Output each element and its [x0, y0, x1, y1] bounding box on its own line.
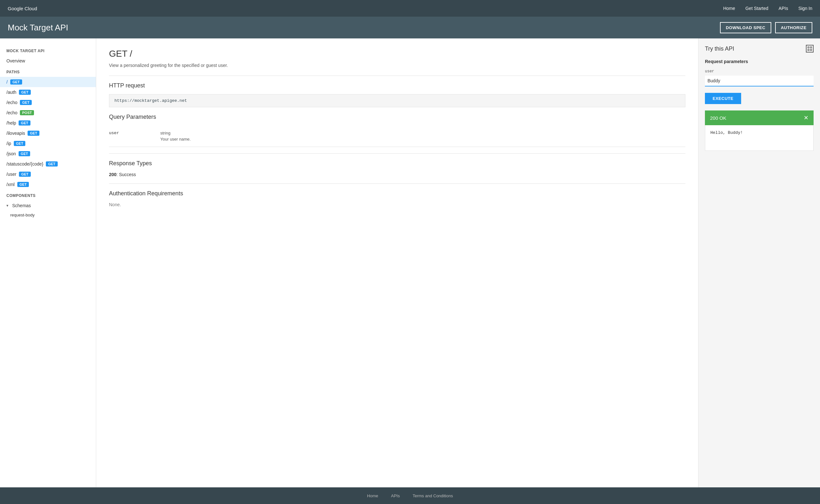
svg-rect-3 — [810, 49, 812, 51]
sidebar-path-xml-get[interactable]: /xml GET — [0, 179, 96, 190]
user-param-input[interactable] — [705, 76, 814, 86]
path-label: /statuscode/{code} — [6, 161, 43, 167]
http-url: https://mocktarget.apigee.net — [109, 94, 685, 107]
path-label: /help — [6, 120, 16, 126]
footer-apis-link[interactable]: APIs — [391, 493, 400, 498]
try-panel: Try this API Request parameters user EXE… — [698, 38, 820, 487]
divider-3 — [109, 183, 685, 184]
sidebar-path-user-get[interactable]: /user GET — [0, 169, 96, 179]
expand-icon[interactable] — [806, 45, 814, 53]
page-title: Mock Target API — [8, 23, 68, 33]
sub-header-buttons: DOWNLOAD SPEC AUTHORIZE — [720, 22, 812, 33]
svg-rect-0 — [808, 47, 809, 48]
response-status: 200 OK — [710, 115, 726, 121]
sidebar-overview[interactable]: Overview — [0, 56, 96, 66]
response-code: 200 — [109, 172, 116, 177]
response-body: Hello, Buddy! — [705, 125, 814, 151]
nav-sign-in[interactable]: Sign In — [798, 6, 812, 11]
response-types-section-title: Response Types — [109, 160, 685, 167]
query-param-row: user string Your user name. — [109, 126, 685, 147]
path-label: /json — [6, 151, 16, 156]
param-details: string Your user name. — [160, 131, 191, 142]
query-params-section-title: Query Parameters — [109, 114, 685, 120]
sidebar-path-json-get[interactable]: /json GET — [0, 149, 96, 159]
param-type: string — [160, 131, 191, 135]
method-badge-get: GET — [19, 172, 31, 177]
sidebar-components-section: COMPONENTS — [0, 190, 96, 200]
overview-label: Overview — [6, 58, 25, 63]
schema-item-label: request-body — [10, 213, 35, 217]
svg-rect-2 — [808, 49, 809, 51]
path-label: /iloveapis — [6, 131, 25, 136]
path-label: /ip — [6, 141, 11, 146]
sidebar-path-echo-post[interactable]: /echo POST — [0, 108, 96, 118]
download-spec-button[interactable]: DOWNLOAD SPEC — [720, 22, 771, 33]
path-label: /auth — [6, 90, 16, 95]
nav-apis[interactable]: APIs — [779, 6, 788, 11]
path-label: /xml — [6, 182, 15, 187]
execute-button[interactable]: EXECUTE — [705, 93, 741, 104]
schemas-label: Schemas — [12, 203, 31, 208]
sidebar-paths-section: PATHS — [0, 66, 96, 77]
path-label: /user — [6, 172, 16, 177]
content-area: GET / View a personalized greeting for t… — [96, 38, 698, 487]
response-desc: Success — [119, 172, 136, 177]
method-badge-get: GET — [17, 182, 29, 187]
method-badge-post: POST — [20, 110, 34, 115]
collapse-icon: ▾ — [6, 203, 8, 208]
method-badge-get: GET — [28, 131, 39, 136]
try-panel-header: Try this API — [705, 45, 814, 53]
divider-2 — [109, 153, 685, 154]
response-banner: 200 OK ✕ — [705, 110, 814, 125]
sidebar-schemas[interactable]: ▾ Schemas — [0, 200, 96, 211]
http-request-section-title: HTTP request — [109, 82, 685, 89]
endpoint-description: View a personalized greeting for the spe… — [109, 63, 685, 68]
param-description: Your user name. — [160, 137, 191, 142]
auth-text: None. — [109, 202, 685, 207]
sidebar-path-help-get[interactable]: /help GET — [0, 118, 96, 128]
footer-home-link[interactable]: Home — [367, 493, 378, 498]
nav-home[interactable]: Home — [723, 6, 735, 11]
sidebar-path-statuscode-get[interactable]: /statuscode/{code} GET — [0, 159, 96, 169]
sidebar-api-section: MOCK TARGET API — [0, 45, 96, 56]
footer-terms-link[interactable]: Terms and Conditions — [413, 493, 453, 498]
top-nav-links: Home Get Started APIs Sign In — [723, 6, 812, 11]
method-badge-get: GET — [20, 100, 32, 105]
param-name: user — [109, 131, 147, 142]
close-icon[interactable]: ✕ — [804, 114, 808, 121]
sub-header: Mock Target API DOWNLOAD SPEC AUTHORIZE — [0, 17, 820, 38]
method-badge-get: GET — [14, 141, 26, 146]
auth-section-title: Authentication Requirements — [109, 190, 685, 197]
method-badge-get: GET — [46, 161, 58, 167]
authorize-button[interactable]: AUTHORIZE — [775, 22, 812, 33]
sidebar-schema-request-body[interactable]: request-body — [0, 211, 96, 219]
sidebar: MOCK TARGET API Overview PATHS / GET /au… — [0, 38, 96, 487]
footer: Home APIs Terms and Conditions — [0, 487, 820, 504]
method-badge-get: GET — [19, 151, 30, 156]
sidebar-path-auth-get[interactable]: /auth GET — [0, 87, 96, 97]
top-nav: Google Cloud Home Get Started APIs Sign … — [0, 0, 820, 17]
method-badge-get: GET — [10, 79, 22, 85]
endpoint-title: GET / — [109, 49, 685, 59]
sidebar-path-iloveapis-get[interactable]: /iloveapis GET — [0, 128, 96, 138]
path-label: / — [6, 79, 8, 85]
sidebar-path-ip-get[interactable]: /ip GET — [0, 138, 96, 149]
sidebar-path-root-get[interactable]: / GET — [0, 77, 96, 87]
response-colon: : — [116, 172, 119, 177]
svg-rect-1 — [810, 47, 812, 48]
try-panel-title: Try this API — [705, 45, 734, 52]
user-param-label: user — [705, 69, 814, 74]
logo: Google Cloud — [8, 6, 37, 11]
method-badge-get: GET — [19, 90, 31, 95]
path-label: /echo — [6, 110, 17, 115]
nav-get-started[interactable]: Get Started — [745, 6, 768, 11]
response-item: 200: Success — [109, 172, 685, 177]
method-badge-get: GET — [19, 120, 30, 126]
main-wrapper: MOCK TARGET API Overview PATHS / GET /au… — [0, 38, 820, 487]
divider-1 — [109, 76, 685, 76]
path-label: /echo — [6, 100, 17, 105]
request-params-title: Request parameters — [705, 59, 814, 64]
sidebar-path-echo-get[interactable]: /echo GET — [0, 97, 96, 108]
